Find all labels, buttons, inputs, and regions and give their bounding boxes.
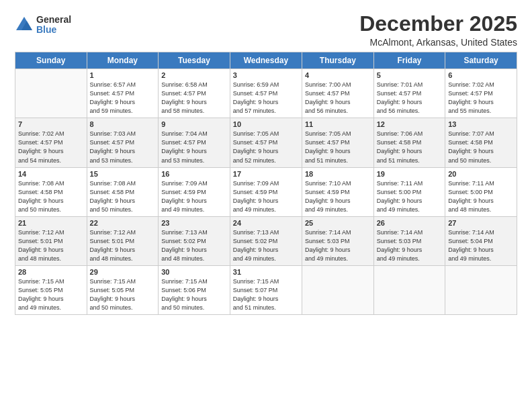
day-cell: 30Sunrise: 7:15 AM Sunset: 5:06 PM Dayli… bbox=[159, 265, 230, 314]
day-cell: 28Sunrise: 7:15 AM Sunset: 5:05 PM Dayli… bbox=[15, 265, 87, 314]
day-cell bbox=[302, 265, 373, 314]
day-info: Sunrise: 6:59 AM Sunset: 4:57 PM Dayligh… bbox=[233, 81, 299, 116]
day-number: 21 bbox=[18, 219, 84, 227]
day-info: Sunrise: 7:11 AM Sunset: 5:00 PM Dayligh… bbox=[377, 179, 442, 214]
day-number: 7 bbox=[18, 120, 84, 128]
week-row-2: 14Sunrise: 7:08 AM Sunset: 4:58 PM Dayli… bbox=[15, 167, 517, 216]
day-cell: 23Sunrise: 7:13 AM Sunset: 5:02 PM Dayli… bbox=[159, 216, 230, 265]
day-cell: 6Sunrise: 7:02 AM Sunset: 4:57 PM Daylig… bbox=[445, 69, 517, 118]
day-info: Sunrise: 7:14 AM Sunset: 5:04 PM Dayligh… bbox=[448, 228, 514, 263]
logo: General Blue bbox=[15, 15, 71, 36]
day-number: 24 bbox=[233, 219, 299, 227]
day-info: Sunrise: 7:05 AM Sunset: 4:57 PM Dayligh… bbox=[233, 130, 299, 165]
day-info: Sunrise: 7:10 AM Sunset: 4:59 PM Dayligh… bbox=[305, 179, 371, 214]
header-cell-monday: Monday bbox=[87, 52, 159, 69]
day-number: 5 bbox=[377, 71, 442, 79]
day-info: Sunrise: 7:08 AM Sunset: 4:58 PM Dayligh… bbox=[18, 179, 84, 214]
header-cell-sunday: Sunday bbox=[15, 52, 87, 69]
day-info: Sunrise: 7:02 AM Sunset: 4:57 PM Dayligh… bbox=[448, 81, 514, 116]
day-cell: 27Sunrise: 7:14 AM Sunset: 5:04 PM Dayli… bbox=[445, 216, 517, 265]
day-number: 27 bbox=[448, 219, 514, 227]
day-info: Sunrise: 7:13 AM Sunset: 5:02 PM Dayligh… bbox=[233, 228, 299, 263]
header-cell-wednesday: Wednesday bbox=[230, 52, 302, 69]
day-number: 31 bbox=[233, 268, 299, 276]
day-info: Sunrise: 7:15 AM Sunset: 5:05 PM Dayligh… bbox=[90, 277, 156, 312]
week-row-4: 28Sunrise: 7:15 AM Sunset: 5:05 PM Dayli… bbox=[15, 265, 517, 314]
day-cell: 31Sunrise: 7:15 AM Sunset: 5:07 PM Dayli… bbox=[230, 265, 302, 314]
day-number: 6 bbox=[448, 71, 514, 79]
day-number: 26 bbox=[377, 219, 442, 227]
day-number: 20 bbox=[448, 170, 514, 178]
day-info: Sunrise: 7:09 AM Sunset: 4:59 PM Dayligh… bbox=[161, 179, 227, 214]
day-number: 16 bbox=[161, 170, 227, 178]
day-info: Sunrise: 7:03 AM Sunset: 4:57 PM Dayligh… bbox=[90, 130, 156, 165]
week-row-0: 1Sunrise: 6:57 AM Sunset: 4:57 PM Daylig… bbox=[15, 69, 517, 118]
day-number: 2 bbox=[161, 71, 227, 79]
day-info: Sunrise: 7:12 AM Sunset: 5:01 PM Dayligh… bbox=[18, 228, 84, 263]
header-cell-tuesday: Tuesday bbox=[159, 52, 230, 69]
header: General Blue December 2025 McAlmont, Ark… bbox=[15, 12, 517, 48]
day-number: 10 bbox=[233, 120, 299, 128]
week-row-1: 7Sunrise: 7:02 AM Sunset: 4:57 PM Daylig… bbox=[15, 118, 517, 167]
header-row: SundayMondayTuesdayWednesdayThursdayFrid… bbox=[15, 52, 517, 69]
day-cell: 5Sunrise: 7:01 AM Sunset: 4:57 PM Daylig… bbox=[373, 69, 445, 118]
day-cell bbox=[15, 69, 87, 118]
day-info: Sunrise: 7:06 AM Sunset: 4:58 PM Dayligh… bbox=[377, 130, 442, 165]
week-row-3: 21Sunrise: 7:12 AM Sunset: 5:01 PM Dayli… bbox=[15, 216, 517, 265]
day-info: Sunrise: 7:15 AM Sunset: 5:07 PM Dayligh… bbox=[233, 277, 299, 312]
title-block: December 2025 McAlmont, Arkansas, United… bbox=[359, 12, 517, 48]
day-cell: 22Sunrise: 7:12 AM Sunset: 5:01 PM Dayli… bbox=[87, 216, 159, 265]
day-info: Sunrise: 7:02 AM Sunset: 4:57 PM Dayligh… bbox=[18, 130, 84, 165]
day-info: Sunrise: 7:15 AM Sunset: 5:06 PM Dayligh… bbox=[161, 277, 227, 312]
day-cell bbox=[445, 265, 517, 314]
day-number: 14 bbox=[18, 170, 84, 178]
day-number: 4 bbox=[305, 71, 371, 79]
day-number: 29 bbox=[90, 268, 156, 276]
day-cell: 1Sunrise: 6:57 AM Sunset: 4:57 PM Daylig… bbox=[87, 69, 159, 118]
day-cell: 29Sunrise: 7:15 AM Sunset: 5:05 PM Dayli… bbox=[87, 265, 159, 314]
day-cell: 15Sunrise: 7:08 AM Sunset: 4:58 PM Dayli… bbox=[87, 167, 159, 216]
day-cell: 3Sunrise: 6:59 AM Sunset: 4:57 PM Daylig… bbox=[230, 69, 302, 118]
day-cell: 25Sunrise: 7:14 AM Sunset: 5:03 PM Dayli… bbox=[302, 216, 373, 265]
day-info: Sunrise: 7:04 AM Sunset: 4:57 PM Dayligh… bbox=[161, 130, 227, 165]
day-number: 22 bbox=[90, 219, 156, 227]
day-number: 19 bbox=[377, 170, 442, 178]
day-number: 12 bbox=[377, 120, 442, 128]
day-cell: 8Sunrise: 7:03 AM Sunset: 4:57 PM Daylig… bbox=[87, 118, 159, 167]
day-info: Sunrise: 7:15 AM Sunset: 5:05 PM Dayligh… bbox=[18, 277, 84, 312]
day-number: 18 bbox=[305, 170, 371, 178]
day-cell: 20Sunrise: 7:11 AM Sunset: 5:00 PM Dayli… bbox=[445, 167, 517, 216]
logo-text: General Blue bbox=[36, 15, 71, 36]
day-cell: 21Sunrise: 7:12 AM Sunset: 5:01 PM Dayli… bbox=[15, 216, 87, 265]
day-cell: 9Sunrise: 7:04 AM Sunset: 4:57 PM Daylig… bbox=[159, 118, 230, 167]
day-number: 1 bbox=[90, 71, 156, 79]
day-cell: 10Sunrise: 7:05 AM Sunset: 4:57 PM Dayli… bbox=[230, 118, 302, 167]
day-cell: 13Sunrise: 7:07 AM Sunset: 4:58 PM Dayli… bbox=[445, 118, 517, 167]
day-cell: 7Sunrise: 7:02 AM Sunset: 4:57 PM Daylig… bbox=[15, 118, 87, 167]
day-number: 9 bbox=[161, 120, 227, 128]
logo-icon bbox=[15, 15, 34, 34]
day-number: 28 bbox=[18, 268, 84, 276]
main-title: December 2025 bbox=[359, 12, 517, 36]
subtitle: McAlmont, Arkansas, United States bbox=[359, 37, 517, 48]
day-info: Sunrise: 7:14 AM Sunset: 5:03 PM Dayligh… bbox=[377, 228, 442, 263]
logo-general: General bbox=[36, 15, 71, 25]
header-cell-saturday: Saturday bbox=[445, 52, 517, 69]
day-number: 15 bbox=[90, 170, 156, 178]
day-number: 11 bbox=[305, 120, 371, 128]
day-cell: 11Sunrise: 7:05 AM Sunset: 4:57 PM Dayli… bbox=[302, 118, 373, 167]
day-info: Sunrise: 7:01 AM Sunset: 4:57 PM Dayligh… bbox=[377, 81, 442, 116]
day-info: Sunrise: 7:14 AM Sunset: 5:03 PM Dayligh… bbox=[305, 228, 371, 263]
day-cell: 4Sunrise: 7:00 AM Sunset: 4:57 PM Daylig… bbox=[302, 69, 373, 118]
day-number: 13 bbox=[448, 120, 514, 128]
day-info: Sunrise: 7:12 AM Sunset: 5:01 PM Dayligh… bbox=[90, 228, 156, 263]
day-info: Sunrise: 7:07 AM Sunset: 4:58 PM Dayligh… bbox=[448, 130, 514, 165]
day-info: Sunrise: 7:00 AM Sunset: 4:57 PM Dayligh… bbox=[305, 81, 371, 116]
header-cell-friday: Friday bbox=[373, 52, 445, 69]
day-number: 17 bbox=[233, 170, 299, 178]
day-cell: 24Sunrise: 7:13 AM Sunset: 5:02 PM Dayli… bbox=[230, 216, 302, 265]
day-cell: 16Sunrise: 7:09 AM Sunset: 4:59 PM Dayli… bbox=[159, 167, 230, 216]
day-info: Sunrise: 7:08 AM Sunset: 4:58 PM Dayligh… bbox=[90, 179, 156, 214]
day-info: Sunrise: 7:05 AM Sunset: 4:57 PM Dayligh… bbox=[305, 130, 371, 165]
day-number: 3 bbox=[233, 71, 299, 79]
